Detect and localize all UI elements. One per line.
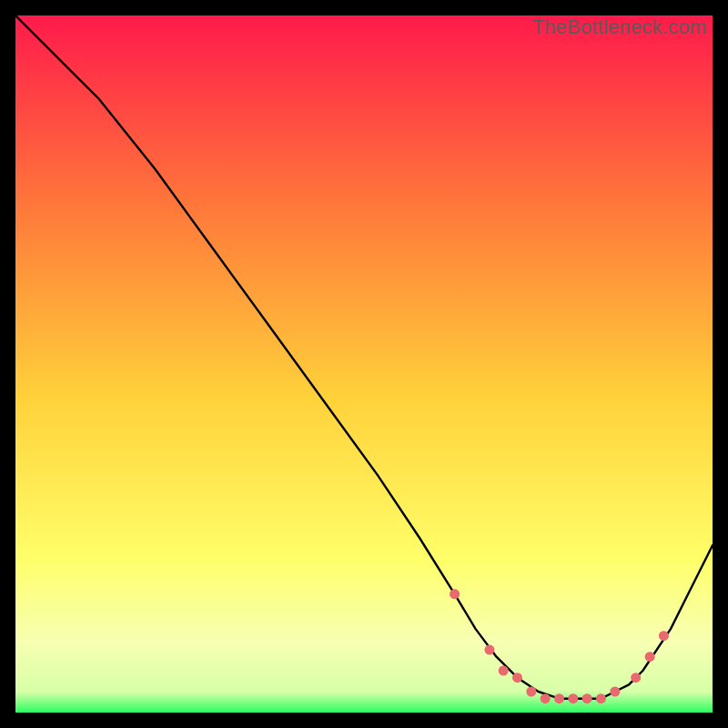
data-point bbox=[450, 589, 460, 599]
data-point bbox=[554, 693, 564, 703]
watermark-text: TheBottleneck.com bbox=[532, 15, 707, 39]
data-point bbox=[610, 687, 620, 697]
data-point bbox=[484, 645, 494, 655]
data-point bbox=[582, 693, 592, 703]
chart-frame: TheBottleneck.com bbox=[15, 15, 713, 713]
data-point bbox=[499, 666, 509, 676]
data-point bbox=[596, 693, 606, 703]
data-point bbox=[631, 672, 641, 682]
data-point bbox=[659, 631, 669, 641]
data-point bbox=[645, 652, 655, 662]
data-point bbox=[541, 693, 551, 703]
data-point bbox=[568, 693, 578, 703]
gradient-background bbox=[15, 15, 713, 713]
chart-svg bbox=[15, 15, 713, 713]
data-point bbox=[526, 687, 536, 697]
data-point bbox=[512, 672, 522, 682]
